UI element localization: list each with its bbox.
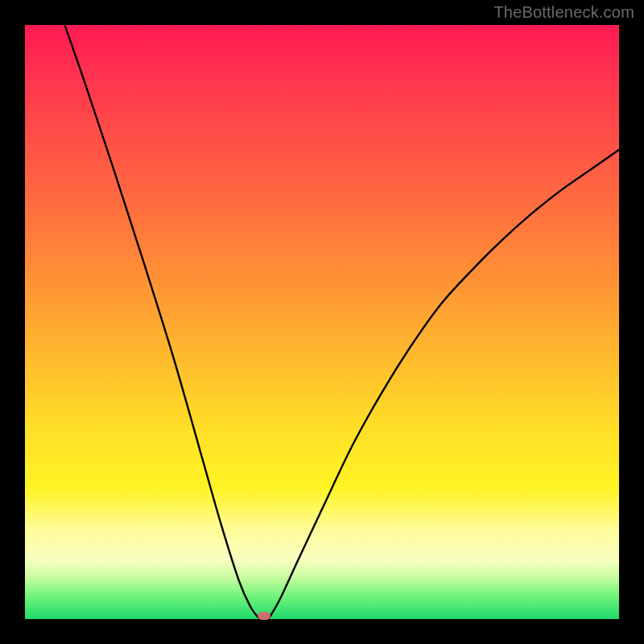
optimal-point-marker <box>258 612 270 620</box>
plot-area <box>25 25 619 619</box>
bottleneck-curve <box>25 25 619 619</box>
curve-path <box>64 25 619 619</box>
chart-frame: TheBottleneck.com <box>0 0 644 644</box>
watermark-text: TheBottleneck.com <box>493 3 634 22</box>
